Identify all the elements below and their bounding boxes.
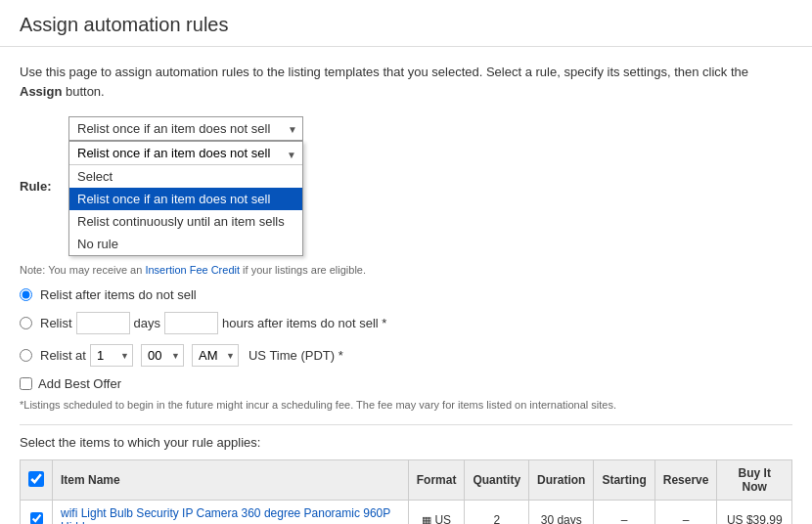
- page-header: Assign automation rules: [0, 0, 812, 47]
- format-icon: ▦: [422, 514, 431, 524]
- col-header-buy-it-now: Buy It Now: [717, 460, 792, 501]
- row-duration-cell: 30 days: [529, 501, 594, 525]
- row-name-cell: wifi Light Bulb Security IP Camera 360 d…: [53, 501, 409, 525]
- timezone-label: US Time (PDT) *: [248, 348, 343, 363]
- col-header-format: Format: [408, 460, 465, 501]
- relist-after-row: Relist after items do not sell: [20, 287, 792, 302]
- relist-days-suffix: days: [134, 316, 160, 330]
- rule-section: Rule: Select Relist once if an item does…: [20, 116, 792, 411]
- page-content: Use this page to assign automation rules…: [0, 47, 812, 524]
- dropdown-item-no-rule[interactable]: No rule: [69, 233, 302, 255]
- col-header-duration: Duration: [529, 460, 594, 501]
- dropdown-item-relist-continuous[interactable]: Relist continuously until an item sells: [69, 210, 302, 233]
- items-section-title: Select the items to which your rule appl…: [20, 435, 792, 450]
- hour-select[interactable]: 1234 5678 9101112: [90, 344, 133, 367]
- select-all-checkbox[interactable]: [28, 471, 44, 487]
- dropdown-item-relist-once[interactable]: Relist once if an item does not sell: [69, 188, 302, 210]
- row-checkbox[interactable]: [30, 512, 43, 524]
- best-offer-checkbox[interactable]: [20, 377, 32, 390]
- insertion-fee-credit-link[interactable]: Insertion Fee Credit: [145, 264, 240, 276]
- rule-dropdown-inner-select[interactable]: Relist once if an item does not sell: [69, 142, 302, 165]
- relist-days-row: Relist days hours after items do not sel…: [20, 312, 792, 334]
- row-quantity-cell: 2: [465, 501, 529, 525]
- item-name-link[interactable]: wifi Light Bulb Security IP Camera 360 d…: [61, 506, 390, 524]
- option-section: Relist after items do not sell Relist da…: [20, 287, 792, 411]
- relist-at-label: Relist at: [40, 348, 86, 363]
- row-checkbox-cell: [21, 501, 53, 525]
- rule-label: Rule:: [20, 179, 59, 194]
- relist-hours-suffix: hours after items do not sell *: [222, 316, 386, 330]
- relist-hours-input[interactable]: [164, 312, 218, 334]
- minute-select[interactable]: 00153045: [141, 344, 184, 367]
- page-title: Assign automation rules: [20, 14, 792, 36]
- rule-dropdown-overlay: Relist once if an item does not sell ▼ S…: [68, 141, 303, 256]
- table-row: wifi Light Bulb Security IP Camera 360 d…: [21, 501, 792, 525]
- relist-days-label: Relist: [40, 316, 72, 330]
- relist-after-label: Relist after items do not sell: [40, 287, 197, 302]
- table-header-row: Item Name Format Quantity Duration Start…: [21, 460, 792, 501]
- rule-main-select[interactable]: Select Relist once if an item does not s…: [68, 116, 303, 141]
- col-header-name: Item Name: [53, 460, 409, 501]
- best-offer-label: Add Best Offer: [38, 376, 121, 391]
- intro-text: Use this page to assign automation rules…: [20, 63, 792, 101]
- rule-select-container: Select Relist once if an item does not s…: [68, 116, 303, 256]
- col-header-reserve: Reserve: [654, 460, 717, 501]
- row-format-cell: ▦ US: [408, 501, 465, 525]
- relist-days-radio[interactable]: [20, 317, 32, 329]
- items-section: Select the items to which your rule appl…: [20, 435, 792, 524]
- scheduling-note: *Listings scheduled to begin in the futu…: [20, 399, 792, 411]
- dropdown-item-select[interactable]: Select: [69, 165, 302, 188]
- best-offer-row: Add Best Offer: [20, 376, 792, 391]
- rule-select-wrapper: Select Relist once if an item does not s…: [68, 116, 303, 141]
- ampm-select-wrapper: AMPM ▼: [192, 344, 239, 367]
- section-divider: [20, 424, 792, 425]
- relist-after-radio[interactable]: [20, 288, 32, 301]
- hour-select-wrapper: 1234 5678 9101112 ▼: [90, 344, 133, 367]
- col-header-quantity: Quantity: [465, 460, 529, 501]
- relist-at-row: Relist at 1234 5678 9101112 ▼ 00153045 ▼: [20, 344, 792, 367]
- relist-at-radio[interactable]: [20, 349, 32, 362]
- select-all-header: [21, 460, 53, 501]
- row-starting-cell: –: [594, 501, 654, 525]
- minute-select-wrapper: 00153045 ▼: [141, 344, 184, 367]
- col-header-starting: Starting: [594, 460, 654, 501]
- relist-days-input[interactable]: [76, 312, 130, 334]
- note-text: Note: You may receive an Insertion Fee C…: [20, 264, 792, 276]
- row-buy-it-now-cell: US $39.99: [717, 501, 792, 525]
- items-table: Item Name Format Quantity Duration Start…: [20, 459, 792, 524]
- row-reserve-cell: –: [654, 501, 717, 525]
- ampm-select[interactable]: AMPM: [192, 344, 239, 367]
- rule-row: Rule: Select Relist once if an item does…: [20, 116, 792, 256]
